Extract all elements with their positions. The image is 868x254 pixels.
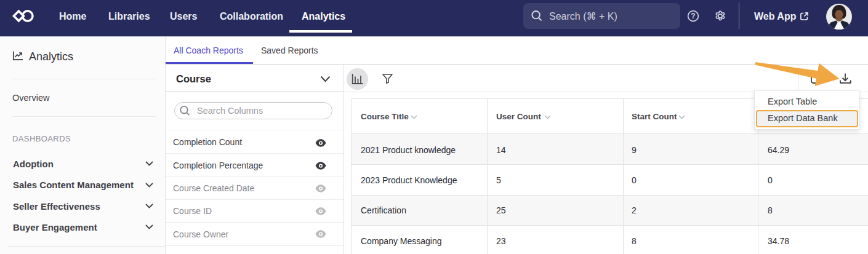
svg-text:?: ? [691, 12, 695, 20]
